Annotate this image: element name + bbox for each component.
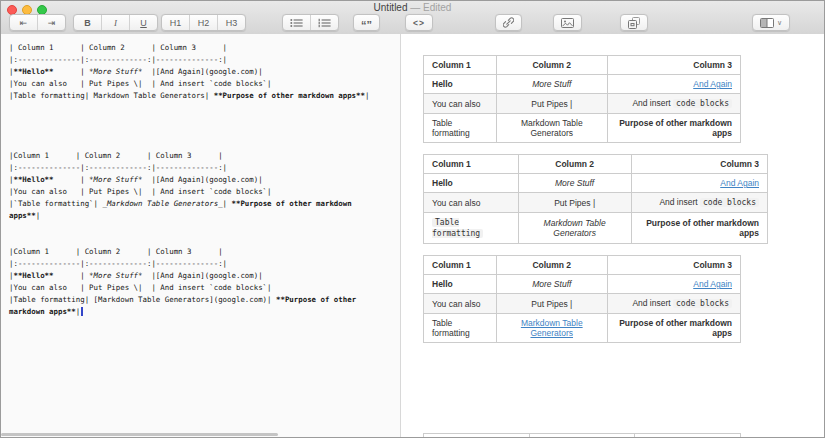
split-view-icon [760,18,774,28]
heading-group: H1 H2 H3 [161,14,246,31]
link-button[interactable] [495,14,522,31]
table-cell: Table formatting [424,114,497,143]
h1-button[interactable]: H1 [162,15,190,30]
editor-line: |**Hello** | *More Stuff* |[And Again](g… [9,66,400,78]
editor-segment: **Hello** [13,67,53,76]
inline-code: code blocks [700,198,759,207]
editor-segment: | [54,175,90,184]
table-cell: You can also [424,94,497,114]
table-row: You can alsoPut Pipes |And insert code b… [424,294,741,314]
inline-code: code blocks [673,99,732,108]
edited-indicator: — Edited [407,2,451,13]
table-header-row: Column 1Column 2Column 3 [424,155,768,174]
table-row: HelloMore StuffAnd Again [424,275,741,294]
editor-segment: |[And Again](google.com)| [143,67,263,76]
editor-blank-line [9,114,400,126]
preview: Column 1Column 2Column 3HelloMore StuffA… [401,34,824,343]
editor-line: |**Hello** | *More Stuff* |[And Again](g… [9,270,400,282]
table-link[interactable]: Markdown Table Generators [521,318,583,338]
cell-text: Table formatting [432,318,470,338]
table-cell: Purpose of other markdown apps [607,114,740,143]
table-cell: More Stuff [496,275,607,294]
editor-segment: markdown apps** [9,307,76,316]
table-header-cell: Column 3 [631,155,767,174]
bold-button[interactable]: B [74,15,102,30]
cell-text: Markdown Table Generators [544,218,606,238]
blockquote-icon: “” [361,21,372,29]
editor-segment: | Column 1 | Column 2 | Column 3 | [9,43,227,52]
table-cell: Hello [424,275,497,294]
table-header-cell: Column 3 [635,434,741,438]
table-cell: You can also [424,294,497,314]
h3-button[interactable]: H3 [218,15,245,30]
editor-segment: | [76,307,80,316]
editor-segment: apps** [9,211,36,220]
editor-pane: | Column 1 | Column 2 | Column 3 ||:----… [1,34,401,437]
code-button[interactable]: <> [405,14,433,31]
table-cell: Put Pipes | [518,193,631,213]
image-button[interactable] [553,14,582,31]
editor-segment: |You can also | Put Pipes \| | And inser… [9,187,272,196]
editor-segment: |You can also | Put Pipes \| | And inser… [9,79,272,88]
underline-button[interactable]: U [130,15,157,30]
preview-table-4: Column 1Column 2Column 3 [423,433,741,437]
preview-table-3: Column 1Column 2Column 3HelloMore StuffA… [423,255,741,343]
blockquote-button[interactable]: “” [353,14,380,31]
editor[interactable]: | Column 1 | Column 2 | Column 3 ||:----… [1,34,400,318]
editor-segment: *More Stuff* [89,271,142,280]
editor-segment: |:--------------|:-------------:|-------… [9,259,227,268]
table-header-cell: Column 2 [496,256,607,275]
editor-line: | Column 1 | Column 2 | Column 3 | [9,42,400,54]
table-cell: Markdown Table Generators [518,213,631,244]
cell-text: Put Pipes | [531,299,572,309]
unordered-list-button[interactable] [283,15,311,30]
cell-text: And insert [632,298,673,308]
table-cell: More Stuff [518,174,631,193]
table-link[interactable]: And Again [720,178,759,188]
table-row: You can alsoPut Pipes |And insert code b… [424,193,768,213]
editor-segment: |:--------------|:-------------:|-------… [9,55,227,64]
copy-html-button[interactable] [620,14,648,31]
italic-button[interactable]: I [102,15,130,30]
cell-text: And insert [659,197,700,207]
cell-text: More Stuff [532,79,571,89]
table-header-cell: Column 2 [529,434,635,438]
table-link[interactable]: And Again [693,279,732,289]
editor-blank-line [9,126,400,138]
h2-button[interactable]: H2 [190,15,218,30]
editor-segment: |You can also | Put Pipes \| | And inser… [9,283,272,292]
table-cell: Hello [424,174,519,193]
shift-left-button[interactable]: ⇤ [10,15,38,30]
shift-right-icon: ⇥ [48,18,56,28]
split-content: | Column 1 | Column 2 | Column 3 ||:----… [1,34,824,437]
titlebar: Untitled — Edited ⇤ ⇥ B I U H1 H2 H3 “” … [1,1,824,35]
editor-line: |`Table formatting`| _Markdown Table Gen… [9,198,400,210]
table-header-cell: Column 2 [496,56,607,75]
table-row: Table formattingMarkdown Table Generator… [424,314,741,343]
inline-code: Table formatting [432,218,483,238]
editor-segment: | [36,211,40,220]
editor-segment: |`Table formatting`| [9,199,102,208]
editor-segment: | [54,67,90,76]
split-view-button[interactable]: ∨ [752,14,790,31]
table-cell: Markdown Table Generators [496,114,607,143]
shift-left-icon: ⇤ [20,18,28,28]
window-title: Untitled — Edited [1,2,824,13]
table-header-cell: Column 1 [424,434,530,438]
cell-text: Purpose of other markdown apps [619,118,732,138]
horizontal-scrollbar[interactable] [1,433,278,436]
editor-segment: |:--------------|:-------------:|-------… [9,163,227,172]
table-cell: And Again [607,275,740,294]
ordered-list-icon [318,18,331,28]
ordered-list-button[interactable] [311,15,338,30]
table-cell: Purpose of other markdown apps [607,314,740,343]
shift-right-button[interactable]: ⇥ [38,15,65,30]
table-cell: Table formatting [424,314,497,343]
cell-text: Purpose of other markdown apps [619,318,732,338]
table-row: HelloMore StuffAnd Again [424,174,768,193]
editor-segment: **Hello** [13,175,53,184]
cell-text: Purpose of other markdown apps [646,218,759,238]
editor-segment: |Column 1 | Column 2 | Column 3 | [9,151,223,160]
table-cell: Put Pipes | [496,94,607,114]
table-link[interactable]: And Again [693,79,732,89]
